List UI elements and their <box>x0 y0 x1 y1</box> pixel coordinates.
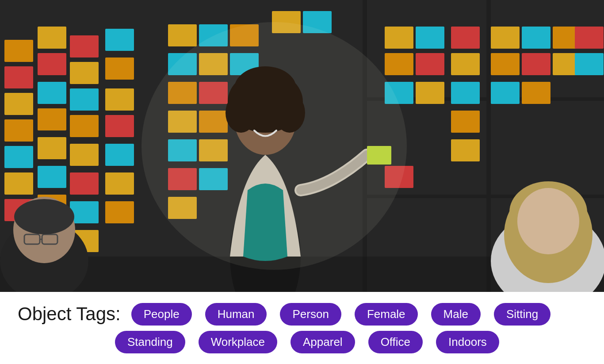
tag-office[interactable]: Office <box>368 331 423 353</box>
tag-standing[interactable]: Standing <box>115 331 185 353</box>
tag-female[interactable]: Female <box>355 303 418 326</box>
tag-workplace[interactable]: Workplace <box>199 331 277 353</box>
tag-human[interactable]: Human <box>205 303 267 326</box>
main-image <box>0 0 604 292</box>
tag-person[interactable]: Person <box>280 303 341 326</box>
object-tags-label: Object Tags: <box>18 303 121 325</box>
tag-people[interactable]: People <box>131 303 192 326</box>
tag-apparel[interactable]: Apparel <box>291 331 355 353</box>
tag-male[interactable]: Male <box>431 303 481 326</box>
tags-row-1: Object Tags: PeopleHumanPersonFemaleMale… <box>18 303 586 326</box>
tag-sitting[interactable]: Sitting <box>494 303 550 326</box>
tag-indoors[interactable]: Indoors <box>436 331 499 353</box>
svg-point-96 <box>141 22 407 270</box>
tags-row-2: StandingWorkplaceApparelOfficeIndoors <box>115 331 586 353</box>
tags-section: Object Tags: PeopleHumanPersonFemaleMale… <box>0 292 604 364</box>
